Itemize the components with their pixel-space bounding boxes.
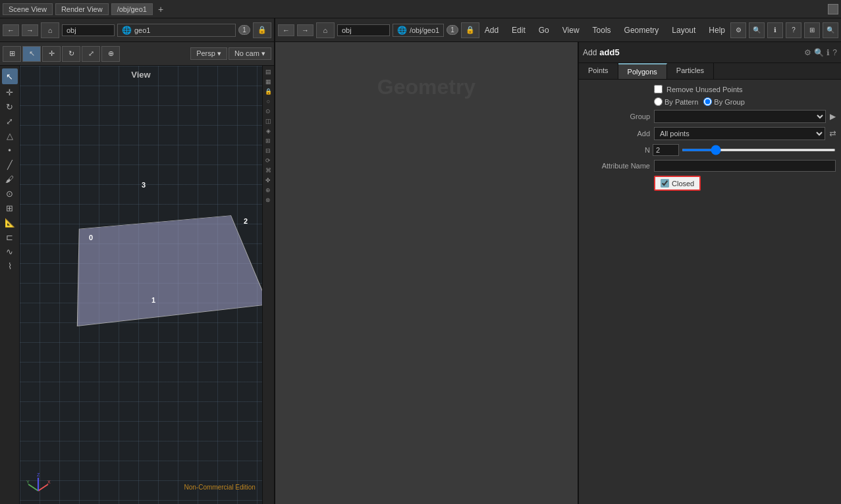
- right-lock-icon[interactable]: 🔒: [461, 22, 479, 38]
- lock-icon[interactable]: 🔒: [253, 22, 271, 38]
- toolbar-rotate-icon[interactable]: ↻: [62, 46, 80, 62]
- side-icon-6[interactable]: ◫: [265, 116, 271, 126]
- obj-input[interactable]: obj: [62, 24, 115, 36]
- tab-render-view[interactable]: Render View: [55, 3, 109, 15]
- side-icon-1[interactable]: ▤: [265, 67, 271, 76]
- right-back-button[interactable]: ←: [278, 24, 294, 36]
- tab-polygons[interactable]: Polygons: [618, 63, 667, 79]
- tab-geo1[interactable]: /obj/geo1: [111, 3, 153, 15]
- sculpt-tool[interactable]: ∿: [5, 245, 14, 258]
- by-pattern-radio[interactable]: [654, 97, 663, 106]
- n-input[interactable]: 2: [653, 144, 679, 156]
- closed-row: Closed: [584, 176, 836, 191]
- side-icon-7[interactable]: ◈: [266, 126, 271, 136]
- menu-geometry[interactable]: Geometry: [622, 24, 662, 36]
- persp-dropdown[interactable]: Persp ▾: [190, 47, 227, 60]
- measure-tool[interactable]: 📐: [3, 216, 16, 229]
- pattern-group-row: By Pattern By Group: [584, 97, 836, 106]
- select-tool[interactable]: ↖: [2, 68, 18, 84]
- props-header-icons: ⚙ 🔍 ℹ ?: [804, 48, 837, 57]
- point-tool[interactable]: •: [7, 144, 13, 157]
- group-arrow[interactable]: ▶: [830, 112, 836, 121]
- side-icon-8[interactable]: ⊞: [265, 136, 271, 145]
- right-geo-label: /obj/geo1: [410, 26, 439, 34]
- geo-label: geo1: [134, 26, 150, 34]
- zoom-icon[interactable]: 🔍: [749, 22, 765, 38]
- paint-tool[interactable]: 🖌: [4, 173, 15, 186]
- right-home-icon[interactable]: ⌂: [316, 22, 335, 38]
- right-globe-icon: 🌐: [397, 26, 407, 35]
- question-icon[interactable]: ?: [786, 22, 801, 38]
- side-icon-10[interactable]: ⟳: [265, 156, 271, 165]
- side-icon-14[interactable]: ⊗: [265, 195, 271, 205]
- attr-name-input[interactable]: [654, 160, 836, 172]
- add-stepper[interactable]: ⇅: [828, 130, 837, 137]
- toolbar-grid-icon[interactable]: ⊞: [3, 46, 21, 62]
- info-icon[interactable]: ℹ: [767, 22, 783, 38]
- 3d-viewport[interactable]: View 0 1 2 3 Non-Commercial Edition X Y …: [20, 66, 262, 504]
- toolbar-select-icon[interactable]: ↖: [22, 46, 41, 62]
- props-help-icon[interactable]: ?: [832, 48, 837, 57]
- viewport-label: View: [131, 70, 150, 80]
- side-icon-9[interactable]: ⊟: [265, 146, 271, 155]
- by-group-label[interactable]: By Group: [703, 97, 744, 106]
- menu-view[interactable]: View: [560, 24, 582, 36]
- grid2-icon[interactable]: ⊞: [804, 22, 820, 38]
- node-editor[interactable]: Geometry: [275, 42, 578, 504]
- right-forward-button[interactable]: →: [297, 24, 313, 36]
- n-slider[interactable]: [682, 149, 836, 151]
- deform-tool[interactable]: ⌇: [7, 260, 13, 272]
- edge-tool[interactable]: ╱: [6, 159, 14, 171]
- menu-tools[interactable]: Tools: [590, 24, 614, 36]
- props-zoom-icon[interactable]: 🔍: [814, 48, 824, 57]
- poly-tool[interactable]: △: [5, 130, 14, 142]
- maximize-button[interactable]: [828, 4, 838, 14]
- closed-checkbox[interactable]: [661, 179, 669, 188]
- home-icon[interactable]: ⌂: [41, 22, 59, 38]
- menu-go[interactable]: Go: [536, 24, 552, 36]
- scale-tool[interactable]: ⤢: [5, 115, 14, 128]
- tab-points[interactable]: Points: [579, 63, 618, 79]
- props-content: Remove Unused Points By Pattern: [579, 80, 841, 504]
- move-tool[interactable]: ✛: [5, 86, 14, 99]
- side-icon-5[interactable]: ⊙: [265, 107, 271, 116]
- snap-tool[interactable]: ⊞: [5, 202, 14, 214]
- globe-icon: 🌐: [122, 26, 132, 35]
- menu-layout[interactable]: Layout: [669, 24, 698, 36]
- rotate-tool[interactable]: ↻: [5, 101, 14, 113]
- add-select[interactable]: All points: [654, 127, 825, 140]
- main-layout: ← → ⌂ obj 🌐 geo1 1 🔒 ⊞ ↖ ✛ ↻ ⤢ ⊕ Persp ▾…: [0, 18, 841, 504]
- side-icon-11[interactable]: ⌘: [265, 166, 271, 175]
- attr-name-label: Attribute Name: [584, 162, 650, 170]
- side-icon-13[interactable]: ⊕: [265, 186, 271, 195]
- right-obj-input[interactable]: obj: [337, 24, 390, 36]
- by-pattern-label[interactable]: By Pattern: [654, 97, 698, 106]
- remove-unused-checkbox[interactable]: [654, 85, 663, 93]
- new-tab-button[interactable]: +: [155, 4, 166, 14]
- add-label: Add: [584, 130, 650, 138]
- side-icon-4[interactable]: ○: [267, 97, 270, 106]
- by-group-radio[interactable]: [703, 97, 712, 106]
- search-icon[interactable]: 🔍: [823, 22, 838, 38]
- side-icon-2[interactable]: ▦: [265, 77, 271, 86]
- align-tool[interactable]: ⊏: [5, 231, 14, 243]
- forward-button[interactable]: →: [22, 24, 38, 36]
- tab-scene-view[interactable]: Scene View: [3, 3, 53, 15]
- side-icon-12[interactable]: ✤: [265, 176, 271, 185]
- toolbar-transform-icon[interactable]: ⊕: [101, 46, 120, 62]
- magnet-tool[interactable]: ⊙: [5, 188, 14, 200]
- settings-icon[interactable]: ⚙: [730, 22, 746, 38]
- tab-particles[interactable]: Particles: [667, 63, 714, 79]
- back-button[interactable]: ←: [3, 24, 19, 36]
- props-settings-icon[interactable]: ⚙: [804, 48, 811, 57]
- toolbar-scale-icon[interactable]: ⤢: [82, 46, 100, 62]
- side-icon-3[interactable]: 🔒: [265, 87, 272, 96]
- group-select[interactable]: [654, 110, 826, 123]
- menu-add[interactable]: Add: [482, 24, 501, 36]
- node-connections: [275, 42, 578, 504]
- menu-help[interactable]: Help: [706, 24, 728, 36]
- toolbar-move-icon[interactable]: ✛: [42, 46, 61, 62]
- menu-edit[interactable]: Edit: [509, 24, 528, 36]
- props-info-icon[interactable]: ℹ: [827, 48, 830, 57]
- nocam-dropdown[interactable]: No cam ▾: [229, 47, 271, 60]
